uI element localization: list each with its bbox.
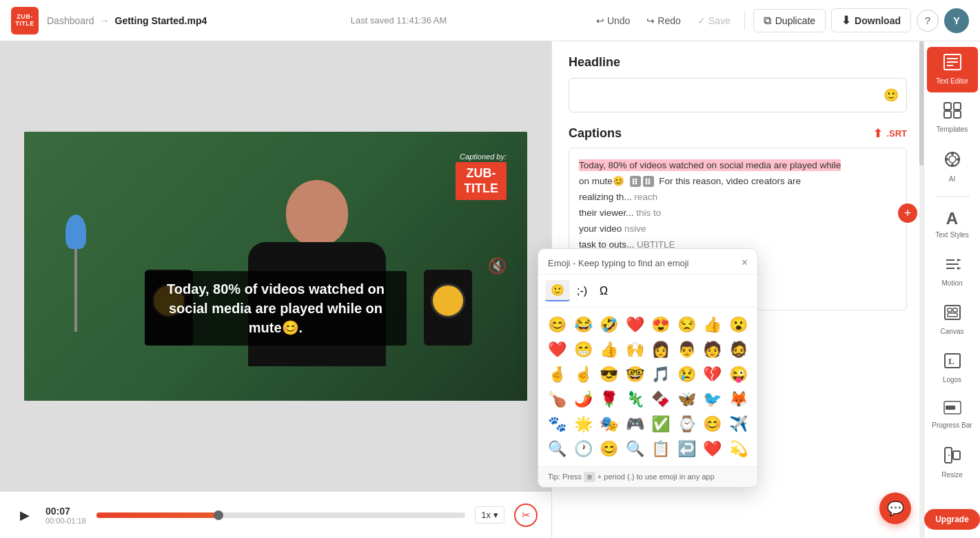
- emoji-cell[interactable]: 😢: [675, 363, 700, 386]
- caption-text-realizing[interactable]: realizing th...: [579, 192, 632, 202]
- emoji-cell[interactable]: 🎵: [649, 363, 673, 386]
- video-frame[interactable]: 🔇 Captioned by: ZUB- TITLE Today, 80% of…: [24, 132, 527, 401]
- caption-text-mute[interactable]: on mute😊: [579, 176, 624, 186]
- emoji-cell[interactable]: ❤️: [700, 437, 725, 461]
- drag-handle-right[interactable]: [643, 176, 654, 187]
- emoji-cell[interactable]: 🔍: [545, 437, 570, 461]
- speaker-right: [424, 270, 472, 346]
- emoji-cell[interactable]: 🦎: [623, 388, 648, 411]
- text-editor-icon: [943, 54, 961, 74]
- emoji-cell[interactable]: 😊: [700, 412, 725, 436]
- chat-button[interactable]: 💬: [879, 492, 911, 524]
- emoji-cell[interactable]: 🧔: [726, 338, 751, 361]
- sidebar-item-logos[interactable]: L Logos: [927, 346, 978, 391]
- emoji-cell[interactable]: 😊: [597, 437, 622, 461]
- progress-handle[interactable]: [214, 510, 223, 520]
- emoji-cell[interactable]: ✅: [649, 412, 673, 436]
- emoji-cell[interactable]: 🎮: [623, 412, 648, 436]
- mute-icon: 🔇: [488, 257, 507, 275]
- emoji-cell[interactable]: 🤣: [597, 313, 622, 337]
- emoji-cell[interactable]: 😍: [649, 313, 673, 337]
- duplicate-button[interactable]: ⧉ Duplicate: [753, 9, 826, 32]
- emoji-close-button[interactable]: ×: [742, 257, 748, 268]
- emoji-cell[interactable]: 🦋: [675, 388, 700, 411]
- emoji-cell[interactable]: 😂: [571, 313, 596, 337]
- emoji-cell[interactable]: 🙌: [623, 338, 648, 361]
- emoji-tab-symbols[interactable]: Ω: [594, 281, 613, 301]
- upload-icon: ⬆: [873, 127, 882, 140]
- emoji-cell[interactable]: 📋: [649, 437, 673, 461]
- download-button[interactable]: ⬇ Download: [831, 8, 911, 32]
- emoji-cell[interactable]: 🍗: [545, 388, 570, 411]
- sidebar-item-motion[interactable]: Motion: [927, 249, 978, 295]
- sidebar-item-templates[interactable]: Templates: [927, 95, 978, 141]
- emoji-cell[interactable]: 🤞: [545, 363, 570, 386]
- emoji-cell[interactable]: 👩: [649, 338, 673, 361]
- logo[interactable]: ZUB-TITLE: [11, 7, 39, 34]
- emoji-cell[interactable]: ✈️: [726, 412, 751, 436]
- emoji-cell[interactable]: 😊: [545, 313, 570, 337]
- caption-text-reason[interactable]: For this reason, video creators are: [659, 176, 801, 186]
- sidebar-item-canvas[interactable]: Canvas: [927, 297, 978, 343]
- emoji-cell[interactable]: ☝️: [571, 363, 596, 386]
- emoji-cell[interactable]: 🧑: [700, 338, 725, 361]
- emoji-cell[interactable]: 🤓: [623, 363, 648, 386]
- caption-text-viewer[interactable]: their viewer...: [579, 208, 634, 218]
- sidebar-item-text-editor[interactable]: Text Editor: [927, 47, 978, 92]
- progress-bar[interactable]: [96, 512, 465, 518]
- avatar[interactable]: Y: [944, 8, 969, 33]
- emoji-cell[interactable]: ⌚: [675, 412, 700, 436]
- emoji-cell[interactable]: 🔍: [623, 437, 648, 461]
- motion-icon: [943, 256, 961, 277]
- emoji-cell[interactable]: 😜: [726, 363, 751, 386]
- emoji-cell[interactable]: 🐦: [700, 388, 725, 411]
- sidebar-item-text-styles[interactable]: A Text Styles: [927, 202, 978, 246]
- emoji-cell[interactable]: 👍: [597, 338, 622, 361]
- headline-input[interactable]: [569, 78, 907, 112]
- emoji-cell[interactable]: ↩️: [675, 437, 700, 461]
- chat-icon: 💬: [887, 500, 904, 517]
- emoji-cell[interactable]: 🦊: [726, 388, 751, 411]
- emoji-cell[interactable]: 🐾: [545, 412, 570, 436]
- captions-header: Captions ⬆ .SRT: [569, 126, 907, 141]
- emoji-cell[interactable]: 😮: [726, 313, 751, 337]
- redo-button[interactable]: ↪ Redo: [641, 11, 686, 30]
- caption-ellipsis-2: this to: [636, 208, 661, 218]
- emoji-cell[interactable]: 🌶️: [571, 388, 596, 411]
- speed-selector[interactable]: 1x ▾: [475, 506, 504, 524]
- emoji-cell[interactable]: 💔: [700, 363, 725, 386]
- upgrade-button[interactable]: Upgrade: [924, 509, 980, 530]
- emoji-cell[interactable]: 😁: [571, 338, 596, 361]
- emoji-cell[interactable]: 😎: [597, 363, 622, 386]
- save-button[interactable]: ✓ Save: [692, 11, 736, 30]
- headline-emoji-button[interactable]: 🙂: [884, 88, 899, 103]
- emoji-cell[interactable]: 👨: [675, 338, 700, 361]
- drag-handle-left[interactable]: [630, 176, 641, 187]
- emoji-cell[interactable]: 🍫: [649, 388, 673, 411]
- scissors-button[interactable]: ✂: [514, 504, 538, 527]
- dashboard-link[interactable]: Dashboard: [47, 15, 94, 26]
- emoji-cell[interactable]: ❤️: [623, 313, 648, 337]
- sidebar-item-resize[interactable]: Resize: [927, 439, 978, 486]
- emoji-cell[interactable]: 🎭: [597, 412, 622, 436]
- emoji-tip-key: ⊞: [584, 472, 595, 482]
- emoji-cell[interactable]: 🌹: [597, 388, 622, 411]
- undo-button[interactable]: ↩ Undo: [591, 11, 635, 30]
- caption-text-video[interactable]: your video: [579, 223, 622, 234]
- sidebar-item-ai[interactable]: AI: [927, 143, 978, 190]
- emoji-cell[interactable]: 😒: [675, 313, 700, 337]
- caption-highlighted[interactable]: Today, 80% of videos watched on social m…: [579, 159, 841, 171]
- srt-button[interactable]: ⬆ .SRT: [873, 127, 907, 140]
- play-button[interactable]: ▶: [14, 504, 36, 526]
- emoji-cell[interactable]: ❤️: [545, 338, 570, 361]
- help-button[interactable]: ?: [917, 10, 939, 32]
- emoji-cell[interactable]: 🌟: [571, 412, 596, 436]
- scroll-thumb[interactable]: [919, 41, 923, 166]
- emoji-cell[interactable]: 👍: [700, 313, 725, 337]
- sidebar-item-progress-bar[interactable]: Progress Bar: [927, 394, 978, 437]
- add-caption-button[interactable]: +: [898, 203, 917, 223]
- emoji-cell[interactable]: 🕐: [571, 437, 596, 461]
- emoji-cell[interactable]: 💫: [726, 437, 751, 461]
- emoji-tab-wink[interactable]: ;-): [571, 281, 593, 301]
- emoji-tab-smiley[interactable]: 🙂: [545, 280, 570, 301]
